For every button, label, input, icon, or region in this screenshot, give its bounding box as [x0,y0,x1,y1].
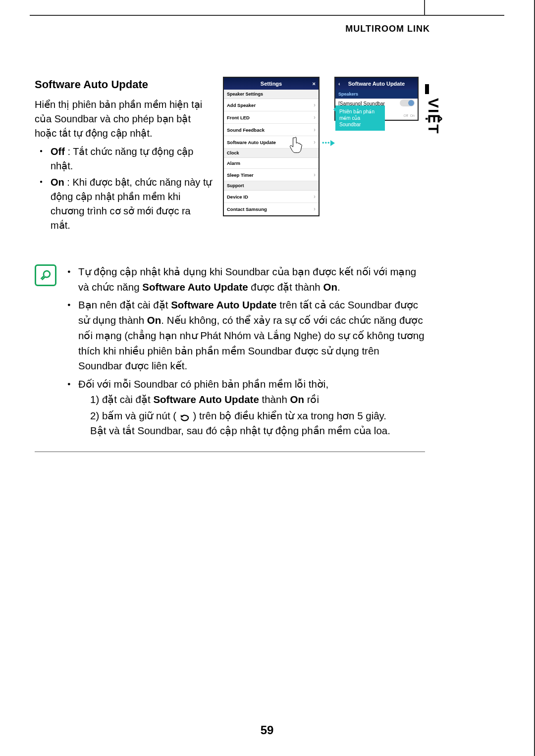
menu-sound-feedback[interactable]: Sound Feedback› [224,124,319,136]
speakers-header: Speakers [335,90,418,99]
menu-contact-samsung[interactable]: Contact Samsung› [224,203,319,215]
close-icon[interactable]: × [313,81,316,87]
option-on: On : Khi được bật, chức năng này tự động… [45,175,213,233]
page-number: 59 [0,723,534,737]
note-item-3: Đối với mỗi Soundbar có phiên bản phần m… [66,377,425,439]
chevron-right-icon: › [314,114,316,121]
note-step-1: 1) đặt cài đặt Software Auto Update thàn… [90,392,425,407]
note-icon [35,264,56,286]
back-icon[interactable]: ‹ [338,81,340,87]
note-item-2: Bạn nên đặt cài đặt Software Auto Update… [66,298,425,374]
menu-front-led[interactable]: Front LED› [224,111,319,124]
chevron-right-icon: › [314,205,316,212]
description-column: Software Auto Update Hiển thị phiên bản … [35,77,213,235]
header-rule [30,15,504,16]
menu-alarm[interactable]: Alarm [224,158,319,169]
section-heading: Software Auto Update [35,77,213,93]
chevron-right-icon: › [314,101,316,108]
settings-title: Settings [261,81,282,87]
chevron-right-icon: › [314,171,316,178]
note-block: Tự động cập nhật khả dụng khi Soundbar c… [35,264,425,452]
version-callout: Phiên bản phần mềm của Soundbar [335,105,385,131]
speaker-settings-header: Speaker Settings [224,90,319,99]
menu-device-id[interactable]: Device ID› [224,191,319,203]
figure-column: Settings × Speaker Settings Add Speaker›… [223,77,425,235]
chevron-right-icon: › [314,126,316,133]
section-intro: Hiển thị phiên bản phần mềm hiện tại của… [35,98,213,141]
arrow-right-icon: ••• [322,139,335,147]
note-step-2: 2) bấm và giữ nút ( ) trên bộ điều khiển… [90,408,425,439]
language-label: VIỆT [425,98,442,135]
menu-sleep-timer[interactable]: Sleep Timer› [224,169,319,181]
language-tab: VIỆT [425,84,450,173]
menu-add-speaker[interactable]: Add Speaker› [224,99,319,111]
hand-pointer-icon [288,136,305,156]
header-divider [424,0,425,15]
repeat-icon [179,412,190,421]
support-header: Support [224,181,319,191]
note-item-1: Tự động cập nhật khả dụng khi Soundbar c… [66,264,425,295]
option-off: Off : Tắt chức năng tự động cập nhật. [45,145,213,173]
chevron-right-icon: › [314,193,316,200]
header-title: MULTIROOM LINK [345,24,430,34]
update-title: Software Auto Update [348,81,405,87]
chevron-right-icon: › [314,139,316,146]
update-toggle[interactable] [400,100,415,106]
